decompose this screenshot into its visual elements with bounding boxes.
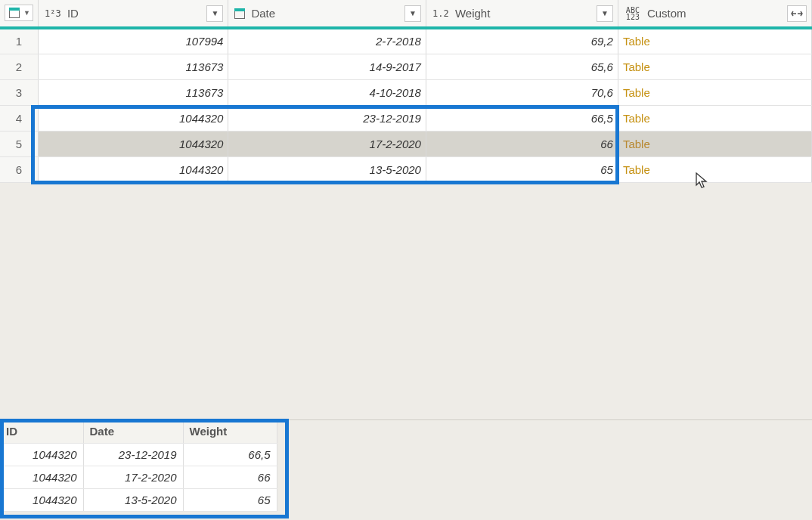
cell-date[interactable]: 4-10-2018: [228, 79, 426, 105]
expand-icon: [791, 8, 803, 19]
preview-header-date[interactable]: Date: [83, 420, 183, 443]
table-icon: [8, 6, 21, 20]
expand-column-button[interactable]: [787, 5, 807, 22]
cell-id[interactable]: 1044320: [38, 131, 228, 156]
cell-weight[interactable]: 70,6: [426, 79, 618, 105]
cell-weight[interactable]: 66: [426, 131, 618, 156]
preview-cell-id[interactable]: 1044320: [0, 488, 83, 511]
cell-custom[interactable]: Table: [618, 28, 811, 54]
column-header-id[interactable]: 1²3 ID ▼: [38, 0, 228, 28]
table-row[interactable]: 211367314-9-201765,6Table: [0, 54, 812, 79]
row-number[interactable]: 5: [0, 131, 38, 156]
preview-cell-date[interactable]: 17-2-2020: [83, 466, 183, 488]
row-number[interactable]: 1: [0, 28, 38, 54]
table-options-dropdown[interactable]: ▼: [5, 5, 33, 21]
column-label: Date: [251, 7, 400, 20]
row-number[interactable]: 4: [0, 105, 38, 131]
column-header-date[interactable]: Date ▼: [228, 0, 426, 28]
main-data-grid[interactable]: ▼ 1²3 ID ▼ Date ▼ 1.2: [0, 0, 812, 183]
date-type-icon: [233, 7, 246, 20]
column-label: ID: [67, 7, 203, 20]
table-row[interactable]: 4104432023-12-201966,5Table: [0, 105, 812, 131]
column-header-weight[interactable]: 1.2 Weight ▼: [426, 0, 618, 28]
decimal-type-icon: 1.2: [431, 6, 451, 21]
preview-cell-id[interactable]: 1044320: [0, 443, 83, 466]
row-number[interactable]: 6: [0, 156, 38, 182]
cell-custom[interactable]: Table: [618, 156, 811, 182]
preview-cell-weight[interactable]: 65: [183, 488, 277, 511]
cell-date[interactable]: 14-9-2017: [228, 54, 426, 79]
cell-weight[interactable]: 69,2: [426, 28, 618, 54]
cell-date[interactable]: 23-12-2019: [228, 105, 426, 131]
cell-custom[interactable]: Table: [618, 54, 811, 79]
preview-cell-date[interactable]: 23-12-2019: [83, 443, 183, 466]
filter-dropdown-date[interactable]: ▼: [404, 5, 421, 22]
any-type-icon: ABC 123: [623, 6, 643, 21]
column-header-custom[interactable]: ABC 123 Custom: [618, 0, 811, 28]
preview-table[interactable]: ID Date Weight 104432023-12-201966,51044…: [0, 420, 277, 512]
row-number[interactable]: 3: [0, 79, 38, 105]
cell-id[interactable]: 113673: [38, 79, 228, 105]
cell-date[interactable]: 2-7-2018: [228, 28, 426, 54]
cell-custom[interactable]: Table: [618, 105, 811, 131]
table-row[interactable]: 5104432017-2-202066Table: [0, 131, 812, 156]
header-row: ▼ 1²3 ID ▼ Date ▼ 1.2: [0, 0, 812, 28]
column-label: Weight: [455, 7, 592, 20]
filter-dropdown-weight[interactable]: ▼: [597, 5, 613, 22]
chevron-down-icon: ▼: [23, 9, 30, 17]
cell-custom[interactable]: Table: [618, 79, 811, 105]
cell-id[interactable]: 1044320: [38, 156, 228, 182]
table-row[interactable]: 11079942-7-201869,2Table: [0, 28, 812, 54]
cell-weight[interactable]: 65: [426, 156, 618, 182]
preview-row[interactable]: 104432023-12-201966,5: [0, 443, 277, 466]
preview-header-id[interactable]: ID: [0, 420, 83, 443]
corner-cell[interactable]: ▼: [0, 0, 38, 28]
table-row[interactable]: 6104432013-5-202065Table: [0, 156, 812, 182]
cell-custom[interactable]: Table: [618, 131, 811, 156]
table-row[interactable]: 31136734-10-201870,6Table: [0, 79, 812, 105]
cell-date[interactable]: 13-5-2020: [228, 156, 426, 182]
preview-cell-id[interactable]: 1044320: [0, 466, 83, 488]
filter-dropdown-id[interactable]: ▼: [206, 5, 223, 22]
preview-cell-weight[interactable]: 66,5: [183, 443, 277, 466]
preview-row[interactable]: 104432017-2-202066: [0, 466, 277, 488]
preview-cell-date[interactable]: 13-5-2020: [83, 488, 183, 511]
cell-id[interactable]: 113673: [38, 54, 228, 79]
int-type-icon: 1²3: [43, 6, 63, 21]
row-number[interactable]: 2: [0, 54, 38, 79]
preview-pane: ID Date Weight 104432023-12-201966,51044…: [0, 419, 812, 520]
preview-cell-weight[interactable]: 66: [183, 466, 277, 488]
cell-id[interactable]: 1044320: [38, 105, 228, 131]
preview-header-row: ID Date Weight: [0, 420, 277, 443]
preview-row[interactable]: 104432013-5-202065: [0, 488, 277, 511]
column-label: Custom: [647, 7, 783, 20]
cell-id[interactable]: 107994: [38, 28, 228, 54]
cell-weight[interactable]: 65,6: [426, 54, 618, 79]
cell-date[interactable]: 17-2-2020: [228, 131, 426, 156]
preview-header-weight[interactable]: Weight: [183, 420, 277, 443]
cell-weight[interactable]: 66,5: [426, 105, 618, 131]
